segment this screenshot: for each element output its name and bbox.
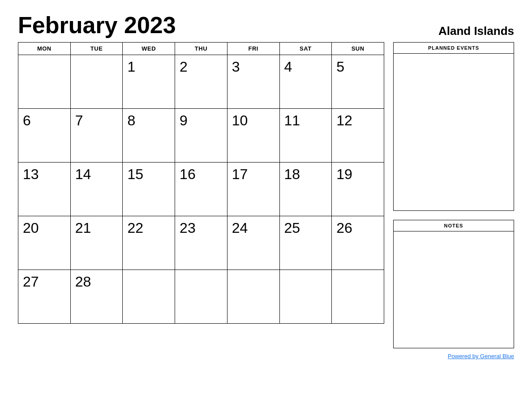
notes-body (394, 231, 514, 348)
calendar-cell (123, 270, 175, 324)
powered-by-link[interactable]: Powered by General Blue (448, 353, 514, 360)
calendar-cell (175, 270, 227, 324)
calendar-cell: 20 (18, 216, 71, 270)
notes-header: NOTES (394, 220, 514, 231)
planned-events-body (394, 54, 514, 210)
planned-events-box: PLANNED EVENTS (393, 42, 514, 211)
day-header-fri: FRI (227, 43, 279, 55)
notes-box: NOTES (393, 220, 514, 348)
calendar-cell: 1 (123, 55, 175, 109)
calendar-cell: 18 (279, 163, 332, 216)
calendar-cell (332, 270, 384, 324)
calendar-cell (227, 270, 279, 324)
calendar-cell: 14 (70, 163, 123, 216)
calendar-cell (279, 270, 332, 324)
calendar-cell: 7 (70, 109, 123, 163)
calendar-cell: 25 (279, 216, 332, 270)
day-header-thu: THU (175, 43, 227, 55)
calendar-cell (18, 55, 71, 109)
powered-by: Powered by General Blue (393, 353, 514, 360)
calendar-cell: 17 (227, 163, 279, 216)
day-header-mon: MON (18, 43, 71, 55)
calendar-cell: 24 (227, 216, 279, 270)
calendar-cell: 11 (279, 109, 332, 163)
calendar-cell: 5 (332, 55, 384, 109)
planned-events-header: PLANNED EVENTS (394, 43, 514, 54)
calendar-cell: 12 (332, 109, 384, 163)
calendar-cell: 3 (227, 55, 279, 109)
region-title: Aland Islands (438, 25, 514, 37)
sidebar: PLANNED EVENTS NOTES Powered by General … (393, 42, 514, 360)
day-header-sun: SUN (332, 43, 384, 55)
month-title: February 2023 (18, 13, 176, 37)
day-header-tue: TUE (70, 43, 123, 55)
calendar-cell: 19 (332, 163, 384, 216)
calendar-cell: 22 (123, 216, 175, 270)
calendar-table: MONTUEWEDTHUFRISATSUN 123456789101112131… (18, 42, 384, 324)
calendar-cell: 9 (175, 109, 227, 163)
calendar-cell (70, 55, 123, 109)
calendar-cell: 10 (227, 109, 279, 163)
calendar-cell: 16 (175, 163, 227, 216)
calendar-cell: 8 (123, 109, 175, 163)
calendar-cell: 2 (175, 55, 227, 109)
calendar-cell: 27 (18, 270, 71, 324)
calendar: MONTUEWEDTHUFRISATSUN 123456789101112131… (18, 42, 384, 324)
calendar-cell: 6 (18, 109, 71, 163)
calendar-cell: 23 (175, 216, 227, 270)
day-header-wed: WED (123, 43, 175, 55)
calendar-cell: 26 (332, 216, 384, 270)
calendar-cell: 21 (70, 216, 123, 270)
calendar-cell: 13 (18, 163, 71, 216)
calendar-cell: 15 (123, 163, 175, 216)
calendar-cell: 28 (70, 270, 123, 324)
calendar-cell: 4 (279, 55, 332, 109)
day-header-sat: SAT (279, 43, 332, 55)
